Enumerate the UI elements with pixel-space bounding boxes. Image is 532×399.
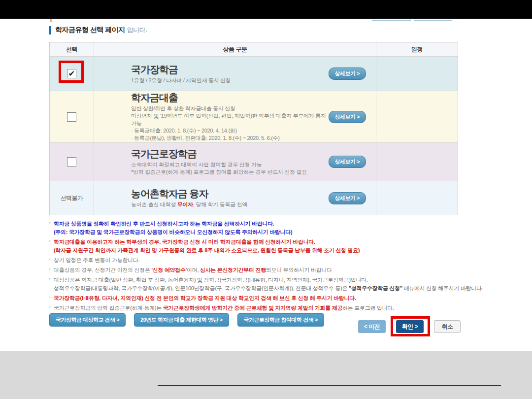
work-scholarship-universities-button[interactable]: 국가근로장학금 참여대학 검색 > (237, 313, 324, 327)
page-title: 학자금유형 선택 페이지 입니다. (49, 26, 147, 34)
product-cell-row1: 국가장학금 1유형 / 2유형 / 다자녀 / 지역인재 동시 신청 상세보기 … (94, 57, 376, 91)
loan-restricted-universities-button[interactable]: 20년도 학자금 대출 제한대학 명단 > (134, 313, 229, 327)
schedule-cell-row2 (376, 91, 458, 142)
schedule-cell-row1 (376, 57, 458, 91)
search-buttons-row: 국가장학금 대상학교 검색 > 20년도 학자금 대출 제한대학 명단 > 국가… (49, 313, 324, 327)
col-header-select: 선택 (50, 42, 94, 56)
row2-checkbox[interactable] (67, 112, 76, 122)
cutoff-tab-left (372, 20, 411, 21)
note-7: 국가근로장학금의 방학 집중근로(하계·동계)는 국가근로장학생에게 방학기간 … (49, 304, 488, 312)
top-black-overlay (0, 0, 532, 19)
interest-free-highlight: 무이자 (177, 201, 193, 207)
product-desc-row3-1: 소속대학이 확정되고 대학이 사업 참여할 경우 신청 가능 (131, 161, 307, 168)
page-title-suffix: 입니다. (127, 26, 147, 34)
cancel-button[interactable]: 취소 (434, 320, 461, 333)
product-desc-row2-2: 미성년자 및 '19학년도 이후 입학(신입, 편입, 재입학)한 학부생 대출… (131, 112, 329, 127)
page: 학자금유형 선택 페이지 입니다. 선택 상품 구분 일정 ✔ 국가장학금 1유… (0, 0, 532, 399)
aid-type-table: 선택 상품 구분 일정 ✔ 국가장학금 1유형 / 2유형 / 다자녀 / 지역… (49, 42, 458, 215)
title-accent-bar (49, 26, 51, 34)
table-row-student-loan: 학자금대출 일반 상환/취업 후 상환 학자금대출 동시 신청 미성년자 및 '… (50, 91, 458, 143)
select-cell-row2 (50, 91, 94, 142)
detail-button-row2[interactable]: 상세보기 > (329, 111, 366, 123)
note-1: 학자금 상품명을 정확히 확인하신 후 반드시 신청하시고자 하는 학자금을 선… (49, 220, 488, 236)
cutoff-tab-right (414, 20, 452, 21)
product-cell-row4: 농어촌학자금 융자 농어촌 출신 대학생 무이자, 당해 학기 등록금 전액 상… (94, 181, 376, 215)
page-title-text: 학자금유형 선택 페이지 (55, 26, 125, 34)
product-desc-row2-1: 일반 상환/취업 후 상환 학자금대출 동시 신청 (131, 105, 329, 112)
table-row-rural-loan: 선택불가 농어촌학자금 융자 농어촌 출신 대학생 무이자, 당해 학기 등록금… (50, 181, 458, 215)
note-4: 대출상품의 경우, 신청기간 이전의 신청은 '신청 예약접수'이며, 심사는 … (49, 266, 488, 274)
col-header-product: 상품 구분 (94, 42, 376, 56)
product-title-row4: 농어촌학자금 융자 (131, 188, 247, 200)
search-scholarship-schools-button[interactable]: 국가장학금 대상학교 검색 > (49, 313, 126, 327)
check-icon: ✔ (68, 70, 75, 78)
col-header-schedule: 일정 (376, 42, 458, 56)
product-desc-row3-2: *방학 집중근로(하계·동계) 프로그램 참여를 희망하는 경우 반드시 신청 … (131, 168, 307, 176)
select-disabled-label: 선택불가 (61, 194, 83, 202)
detail-button-row1[interactable]: 상세보기 > (329, 67, 366, 80)
notes-section: 학자금 상품명을 정확히 확인하신 후 반드시 신청하시고자 하는 학자금을 선… (49, 220, 488, 314)
note-3: 상기 일정은 추후 변동이 가능합니다. (49, 256, 488, 265)
detail-button-row3[interactable]: 상세보기 > (329, 156, 366, 168)
cutoff-orange-mark (50, 19, 52, 22)
product-title-row2: 학자금대출 (131, 92, 329, 103)
nav-buttons-row: < 이전 확인 > 취소 (358, 320, 461, 333)
previous-button[interactable]: < 이전 (358, 320, 386, 333)
product-title-row3: 국가근로장학금 (131, 148, 307, 160)
row3-checkbox[interactable] (67, 157, 76, 166)
select-cell-row4: 선택불가 (50, 181, 94, 215)
product-desc-row2-4: · 등록금(분납), 생활비, 전환대출: 2020. 1. 8.(수) ~ 2… (131, 134, 329, 142)
confirm-button[interactable]: 확인 > (396, 320, 424, 333)
table-row-national-scholarship: ✔ 국가장학금 1유형 / 2유형 / 다자녀 / 지역인재 동시 신청 상세보… (50, 57, 458, 91)
product-desc-row4: 농어촌 출신 대학생 무이자, 당해 학기 등록금 전액 (131, 201, 247, 208)
footer-band (0, 351, 532, 399)
table-header-row: 선택 상품 구분 일정 (50, 42, 458, 57)
note-2: 학자금대출을 이용하고자 하는 학부생의 경우, 국가장학금 신청 시 미리 학… (49, 238, 488, 255)
footer-red-line (158, 385, 501, 386)
select-cell-row3 (50, 143, 94, 181)
select-cell-row1: ✔ (50, 57, 94, 91)
product-cell-row2: 학자금대출 일반 상환/취업 후 상환 학자금대출 동시 신청 미성년자 및 '… (94, 91, 376, 142)
product-title-row1: 국가장학금 (131, 64, 231, 75)
table-row-work-scholarship: 국가근로장학금 소속대학이 확정되고 대학이 사업 참여할 경우 신청 가능 *… (50, 143, 458, 181)
note-6: 국가장학금(Ⅰ·Ⅱ유형, 다자녀, 지역인재) 신청 전 본인의 학교가 장학금… (49, 294, 488, 302)
header-bottom-divider (49, 22, 463, 22)
detail-button-row4[interactable]: 상세보기 > (329, 192, 366, 204)
row1-checkbox-checked[interactable]: ✔ (67, 69, 76, 78)
product-desc-row2-3: · 등록금대출: 2020. 1. 8.(수) ~ 2020. 4. 14.(화… (131, 127, 329, 134)
product-desc-row1: 1유형 / 2유형 / 다자녀 / 지역인재 동시 신청 (131, 77, 231, 84)
schedule-cell-row3 (376, 143, 458, 181)
schedule-cell-row4 (376, 181, 458, 215)
product-cell-row3: 국가근로장학금 소속대학이 확정되고 대학이 사업 참여할 경우 신청 가능 *… (94, 143, 376, 181)
note-5: 대상상품은 학자금 대출(일반 상환, 취업 후 상환, 농어촌융자) 및 장학… (49, 276, 488, 293)
